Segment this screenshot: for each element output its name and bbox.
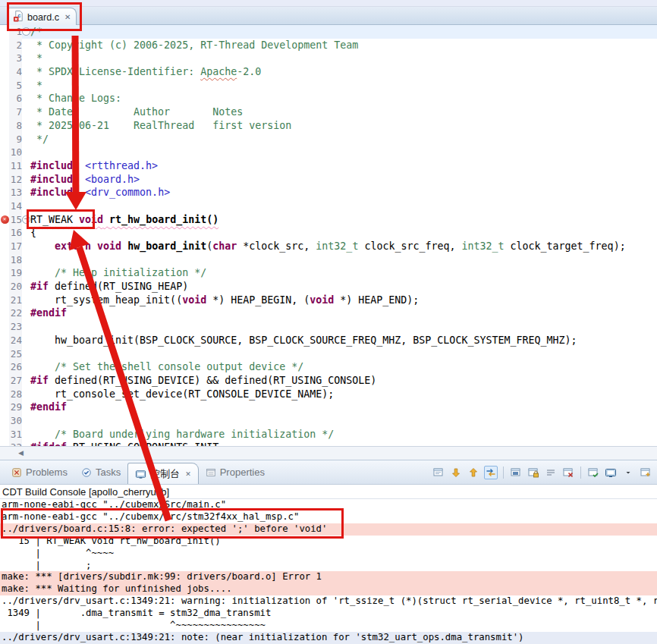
annotation-ruler[interactable] <box>0 374 9 388</box>
line-number[interactable]: 26 <box>9 360 22 374</box>
tab-board-c[interactable]: c board.c ✕ <box>8 8 77 26</box>
annotation-ruler[interactable] <box>0 226 9 240</box>
annotation-ruler[interactable] <box>0 240 9 253</box>
annotation-ruler[interactable] <box>0 173 9 187</box>
line-number[interactable]: 29 <box>9 401 22 414</box>
annotation-ruler[interactable] <box>0 441 9 446</box>
line-number[interactable]: 23 <box>9 320 22 334</box>
tab-problems[interactable]: Problems <box>5 460 74 484</box>
code-line: 17 extern void hw_board_init(char *clock… <box>0 240 657 253</box>
fold-ruler[interactable]: − <box>22 27 30 36</box>
line-number[interactable]: 4 <box>9 65 22 79</box>
annotation-ruler[interactable] <box>0 280 9 294</box>
line-number[interactable]: 18 <box>9 253 22 267</box>
line-number[interactable]: 9 <box>9 133 22 146</box>
line-number[interactable]: 10 <box>9 146 22 159</box>
line-number[interactable]: 8 <box>9 119 22 133</box>
line-number[interactable]: 19 <box>9 266 22 280</box>
minimized-view-icon[interactable] <box>432 466 445 479</box>
annotation-ruler[interactable] <box>0 347 9 361</box>
line-number[interactable]: 27 <box>9 374 22 388</box>
line-number[interactable]: 13 <box>9 186 22 199</box>
annotation-ruler[interactable] <box>0 119 9 133</box>
annotation-ruler[interactable] <box>0 334 9 347</box>
annotation-ruler[interactable] <box>0 39 9 52</box>
line-number[interactable]: 22 <box>9 306 22 320</box>
line-number[interactable]: 32 <box>9 441 22 446</box>
annotation-ruler[interactable] <box>0 401 9 414</box>
annotation-ruler[interactable]: ✕ <box>0 213 9 227</box>
show-stdout-arrow-down-icon[interactable] <box>449 466 463 479</box>
fold-collapse-icon[interactable]: − <box>22 27 30 36</box>
display-selected-console-icon[interactable] <box>586 466 600 479</box>
line-number[interactable]: 12 <box>9 173 22 187</box>
annotation-ruler[interactable] <box>0 133 9 146</box>
tab-close-icon[interactable]: ✕ <box>185 470 191 478</box>
annotation-ruler[interactable] <box>0 52 9 65</box>
tab-tasks[interactable]: Tasks <box>74 460 127 484</box>
code-line: 29#endif <box>0 401 657 414</box>
annotation-ruler[interactable] <box>0 79 9 93</box>
word-wrap-icon[interactable] <box>544 466 558 479</box>
line-number[interactable]: 24 <box>9 334 22 347</box>
annotation-ruler[interactable] <box>0 199 9 213</box>
line-number[interactable]: 17 <box>9 240 22 253</box>
line-number[interactable]: 15 <box>9 213 22 227</box>
annotation-ruler[interactable] <box>0 294 9 307</box>
scroll-left-arrow-icon[interactable]: ◀ <box>18 449 24 457</box>
fold-ruler[interactable]: − <box>22 215 30 224</box>
fold-collapse-icon[interactable]: − <box>22 215 30 224</box>
dropdown-caret-icon[interactable] <box>621 466 635 479</box>
line-number[interactable]: 21 <box>9 294 22 307</box>
line-number[interactable]: 11 <box>9 159 22 173</box>
code-line: 11#include <rtthread.h> <box>0 159 657 173</box>
line-number[interactable]: 30 <box>9 414 22 428</box>
code-text: #include <board.h> <box>30 173 140 187</box>
annotation-ruler[interactable] <box>0 25 9 39</box>
annotation-ruler[interactable] <box>0 428 9 441</box>
scroll-lock-icon[interactable] <box>527 466 540 479</box>
annotation-ruler[interactable] <box>0 360 9 374</box>
annotation-ruler[interactable] <box>0 146 9 159</box>
line-number[interactable]: 3 <box>9 52 22 65</box>
line-number[interactable]: 1 <box>9 25 22 39</box>
console-output[interactable]: CDT Build Console [apollo_cherryusb] arm… <box>0 485 657 644</box>
code-editor[interactable]: 1−/*2 * Copyright (c) 2006-2025, RT-Thre… <box>0 25 657 446</box>
error-marker-icon[interactable]: ✕ <box>1 215 9 224</box>
annotation-ruler[interactable] <box>0 65 9 79</box>
line-number[interactable]: 16 <box>9 226 22 240</box>
console-line: make: *** [drivers/subdir.mk:99: drivers… <box>0 571 657 583</box>
annotation-ruler[interactable] <box>0 414 9 428</box>
line-number[interactable]: 7 <box>9 105 22 119</box>
annotation-ruler[interactable] <box>0 159 9 173</box>
annotation-ruler[interactable] <box>0 253 9 267</box>
annotation-ruler[interactable] <box>0 306 9 320</box>
annotation-ruler[interactable] <box>0 105 9 119</box>
line-number[interactable]: 28 <box>9 388 22 401</box>
code-text: * <box>30 79 42 93</box>
horizontal-scrollbar[interactable]: ◀ <box>0 446 657 460</box>
open-view-icon[interactable] <box>509 466 523 479</box>
tab-console[interactable]: 控制台✕ <box>127 463 199 484</box>
pin-console-icon[interactable] <box>484 466 498 479</box>
line-number[interactable]: 14 <box>9 199 22 213</box>
clear-console-icon[interactable] <box>561 466 575 479</box>
show-stderr-arrow-up-icon[interactable] <box>467 466 480 479</box>
line-number[interactable]: 5 <box>9 79 22 93</box>
annotation-ruler[interactable] <box>0 92 9 105</box>
line-number[interactable]: 31 <box>9 428 22 441</box>
annotation-ruler[interactable] <box>0 266 9 280</box>
line-number[interactable]: 2 <box>9 39 22 52</box>
line-number[interactable]: 6 <box>9 92 22 105</box>
code-text: #include <rtthread.h> <box>30 159 158 173</box>
annotation-ruler[interactable] <box>0 320 9 334</box>
code-text: * SPDX-License-Identifier: Apache-2.0 <box>30 65 261 79</box>
tab-properties[interactable]: Properties <box>199 460 272 484</box>
console-view-icon[interactable] <box>604 466 618 479</box>
new-console-icon[interactable] <box>639 466 652 479</box>
tab-close-icon[interactable]: ✕ <box>64 13 71 21</box>
line-number[interactable]: 25 <box>9 347 22 361</box>
line-number[interactable]: 20 <box>9 280 22 294</box>
annotation-ruler[interactable] <box>0 388 9 401</box>
annotation-ruler[interactable] <box>0 186 9 199</box>
